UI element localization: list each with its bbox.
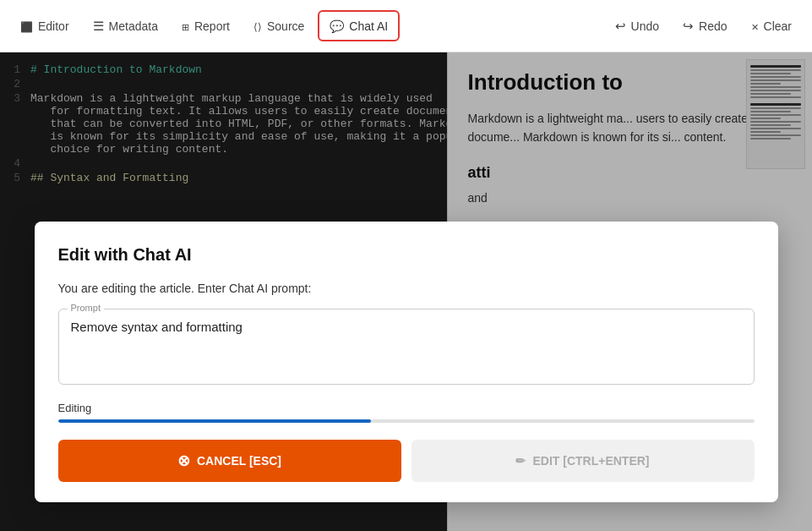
redo-icon	[683, 19, 694, 34]
metadata-tab[interactable]: Metadata	[83, 12, 168, 41]
undo-button[interactable]: Undo	[605, 12, 669, 41]
report-icon	[182, 19, 189, 33]
chatai-tab-label: Chat AI	[349, 19, 388, 33]
metadata-tab-label: Metadata	[109, 19, 158, 33]
status-label: Editing	[58, 402, 755, 414]
modal-title: Edit with Chat AI	[58, 245, 755, 265]
main-area: 1 # Introduction to Markdown 2 3 Markdow…	[0, 52, 812, 531]
toolbar-right: Undo Redo Clear	[605, 12, 802, 41]
cancel-label: CANCEL [ESC]	[197, 454, 281, 468]
progress-bar-fill	[58, 419, 372, 423]
undo-label: Undo	[631, 19, 659, 33]
clear-label: Clear	[764, 19, 792, 33]
source-tab-label: Source	[267, 19, 304, 33]
report-tab[interactable]: Report	[172, 12, 240, 40]
chatai-tab[interactable]: Chat AI	[318, 10, 400, 41]
chatai-icon	[330, 19, 344, 33]
cancel-circle-icon	[177, 452, 190, 470]
source-icon	[253, 19, 262, 33]
editor-tab[interactable]: Editor	[10, 12, 79, 40]
modal-description: You are editing the article. Enter Chat …	[58, 282, 755, 295]
editor-icon	[20, 19, 33, 33]
editor-tab-label: Editor	[38, 19, 69, 33]
prompt-textarea[interactable]	[71, 320, 742, 370]
cancel-button[interactable]: CANCEL [ESC]	[58, 440, 401, 482]
redo-label: Redo	[699, 19, 727, 33]
prompt-label: Prompt	[68, 303, 104, 313]
modal-overlay: Edit with Chat AI You are editing the ar…	[0, 52, 812, 531]
clear-button[interactable]: Clear	[741, 12, 802, 40]
status-row: Editing	[58, 402, 755, 423]
toolbar: Editor Metadata Report Source Chat AI Un…	[0, 0, 812, 52]
progress-bar-track	[58, 419, 755, 423]
modal-buttons: CANCEL [ESC] EDIT [CTRL+ENTER]	[58, 440, 755, 482]
redo-button[interactable]: Redo	[673, 12, 737, 41]
source-tab[interactable]: Source	[243, 12, 314, 40]
edit-label: EDIT [CTRL+ENTER]	[532, 454, 649, 468]
edit-button: EDIT [CTRL+ENTER]	[411, 440, 755, 482]
prompt-field-wrapper: Prompt	[58, 309, 755, 385]
metadata-icon	[93, 19, 104, 34]
edit-chat-modal: Edit with Chat AI You are editing the ar…	[35, 222, 778, 502]
undo-icon	[615, 19, 626, 34]
edit-pencil-icon	[515, 454, 526, 468]
report-tab-label: Report	[194, 19, 230, 33]
clear-icon	[751, 19, 759, 33]
